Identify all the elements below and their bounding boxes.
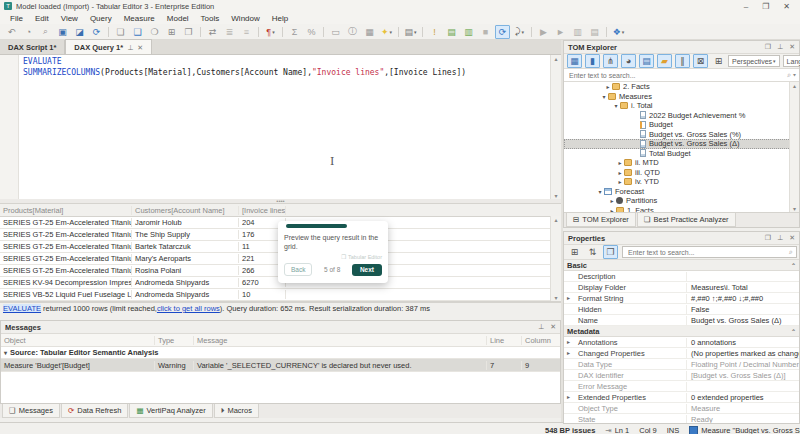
filter-folders-icon[interactable]: ▰: [657, 54, 672, 68]
perspectives-dropdown[interactable]: Perspectives▾: [728, 55, 780, 67]
dropdown-arrow-icon[interactable]: ▾: [622, 29, 625, 35]
menu-tools[interactable]: Tools: [195, 13, 226, 24]
property-row[interactable]: Object TypeMeasure: [564, 403, 799, 414]
tree-item-budget-vs-gross-sales-[interactable]: Budget vs. Gross Sales (Δ): [564, 139, 799, 149]
grid-scrollbar[interactable]: ▴▾: [550, 216, 561, 301]
aggregate-icon[interactable]: Σ: [287, 25, 302, 39]
close-icon[interactable]: ✕: [137, 44, 143, 52]
filter-relationships-icon[interactable]: ⊠: [693, 54, 708, 68]
property-row[interactable]: Display FolderMeasures\i. Total: [564, 282, 799, 293]
editor-scrollbar[interactable]: ▴▾: [550, 55, 561, 199]
expander-icon[interactable]: ▸: [616, 169, 624, 176]
expander-icon[interactable]: ▸: [567, 294, 570, 301]
collapse-icon[interactable]: ▾: [4, 349, 7, 356]
tool-tab-messages[interactable]: ❑Messages: [2, 404, 60, 418]
tour-next-button[interactable]: Next: [352, 264, 382, 276]
categorize-icon[interactable]: ⊞: [567, 245, 582, 259]
languages-dropdown[interactable]: Languages▾: [783, 55, 800, 67]
tree-item-measures[interactable]: ▾Measures: [564, 92, 799, 102]
tour-back-button[interactable]: Back: [284, 263, 312, 276]
new-script-icon[interactable]: ❏: [113, 25, 128, 39]
property-value[interactable]: Floating Point / Decimal Number (dou...: [687, 360, 799, 369]
percent-icon[interactable]: %: [304, 25, 319, 39]
filter-tables-icon[interactable]: ▤: [639, 54, 654, 68]
connect-icon[interactable]: ❖▾: [611, 25, 626, 39]
find-icon[interactable]: ⌕: [38, 25, 53, 39]
property-row[interactable]: Data TypeFloating Point / Decimal Number…: [564, 359, 799, 370]
dropdown-arrow-icon[interactable]: ▾: [414, 29, 417, 35]
expander-icon[interactable]: ▾: [612, 102, 620, 109]
script-clipboard-icon[interactable]: ≣: [222, 25, 237, 39]
code-line[interactable]: 2SUMMARIZECOLUMNS(Products[Material],Cus…: [19, 67, 550, 78]
expander-icon[interactable]: ▸: [567, 393, 570, 400]
property-value[interactable]: Ready: [687, 415, 799, 424]
messages-group-row[interactable]: ▾Source: Tabular Editor Semantic Analysi…: [1, 347, 560, 359]
properties-section-metadata[interactable]: Metadata⌃: [564, 326, 799, 337]
property-value[interactable]: False: [687, 305, 799, 314]
close-icon[interactable]: ✕: [550, 323, 556, 331]
play-file-icon[interactable]: ►: [553, 25, 568, 39]
grid-view-icon[interactable]: ⊞: [711, 54, 726, 68]
expander-icon[interactable]: ▸: [608, 207, 616, 212]
vertipaq-doc-icon[interactable]: ▥: [461, 25, 476, 39]
message-row[interactable]: Measure 'Budget'[Budget]WarningVariable …: [1, 359, 560, 372]
dropdown-arrow-icon[interactable]: ▾: [521, 29, 524, 35]
messages-column-header[interactable]: Message: [194, 336, 487, 345]
messages-doc-icon[interactable]: ▤: [444, 25, 459, 39]
model-tree[interactable]: ▸2. Facts▾Measures▾i. Total2022 Budget A…: [564, 82, 799, 212]
menu-view[interactable]: View: [55, 13, 84, 24]
code-line[interactable]: 1EVALUATE: [19, 56, 550, 67]
property-row[interactable]: Description: [564, 271, 799, 282]
tree-item-ii-mtd[interactable]: ▸ii. MTD: [564, 158, 799, 168]
close-icon[interactable]: ✕: [789, 234, 795, 242]
menu-measure[interactable]: Measure: [118, 13, 161, 24]
pin-icon[interactable]: ⊥: [777, 43, 783, 51]
property-row[interactable]: DAX identifier[Budget vs. Gross Sales (Δ…: [564, 370, 799, 381]
tree-item-2022-budget-achievement-[interactable]: 2022 Budget Achievement %: [564, 111, 799, 121]
grid-column-header[interactable]: [Invoice lines]: [239, 206, 286, 215]
expander-icon[interactable]: ▸: [604, 83, 612, 90]
property-row[interactable]: Format String▸#,##0 ↑;#,##0 ↓;#,##0: [564, 293, 799, 304]
pin-icon[interactable]: ⊥: [127, 44, 133, 52]
restore-icon[interactable]: ❐: [765, 234, 771, 242]
panel-tab-best-practice-analyzer[interactable]: ❏Best Practice Analyzer: [637, 213, 736, 227]
expander-icon[interactable]: ▸: [608, 197, 616, 204]
property-row[interactable]: Changed Properties▸(No properties marked…: [564, 348, 799, 359]
dropdown-arrow-icon[interactable]: ▾: [390, 29, 393, 35]
play-icon[interactable]: ▶: [536, 25, 551, 39]
collapse-icon[interactable]: ⌃: [791, 262, 796, 269]
close-icon[interactable]: ✕: [789, 43, 795, 51]
tree-item-budget-vs-gross-sales-[interactable]: Budget vs. Gross Sales (%): [564, 130, 799, 140]
property-row[interactable]: Annotations▸0 annotations: [564, 337, 799, 348]
messages-column-header[interactable]: Line: [487, 336, 522, 345]
tom-search-input[interactable]: [567, 71, 787, 80]
comment-icon[interactable]: ❍: [147, 25, 162, 39]
menu-help[interactable]: Help: [266, 13, 294, 24]
expander-icon[interactable]: ▸: [616, 178, 624, 185]
pin-icon[interactable]: ⊥: [777, 234, 783, 242]
menu-query[interactable]: Query: [84, 13, 118, 24]
tree-item-total-budget[interactable]: Total Budget: [564, 149, 799, 159]
property-value[interactable]: Budget vs. Gross Sales (Δ): [687, 316, 799, 325]
table-row[interactable]: SERIES VB-52 Liquid Fuel Fuselage Long M…: [0, 289, 561, 301]
messages-column-header[interactable]: Object: [1, 336, 155, 345]
get-all-rows-link[interactable]: click to get all rows: [157, 304, 220, 313]
menu-model[interactable]: Model: [161, 13, 195, 24]
scroll-up-icon[interactable]: ▴: [554, 55, 557, 62]
evaluate-link[interactable]: EVALUATE: [3, 304, 41, 313]
tree-item-i-total[interactable]: ▾i. Total: [564, 101, 799, 111]
property-value[interactable]: 0 annotations: [687, 338, 799, 347]
tree-item-iii-qtd[interactable]: ▸iii. QTD: [564, 168, 799, 178]
filter-kpis-icon[interactable]: ∥: [675, 54, 690, 68]
db-script2-icon[interactable]: ▤: [587, 25, 602, 39]
filter-partitions-icon[interactable]: ◕: [621, 54, 636, 68]
refresh-icon[interactable]: ⟳: [89, 25, 104, 39]
scroll-up-icon[interactable]: ▴: [554, 216, 557, 223]
property-value[interactable]: (No properties marked as changed): [687, 349, 799, 358]
scroll-down-icon[interactable]: ▾: [554, 294, 557, 301]
expander-icon[interactable]: ▾: [600, 93, 608, 100]
scroll-up-icon[interactable]: ▴: [793, 82, 796, 89]
search-icon[interactable]: ⌕ ▾: [787, 71, 796, 79]
grid-column-header[interactable]: Customers[Account Name]: [132, 206, 239, 215]
run-mode-icon[interactable]: ⤸▾: [512, 25, 527, 39]
